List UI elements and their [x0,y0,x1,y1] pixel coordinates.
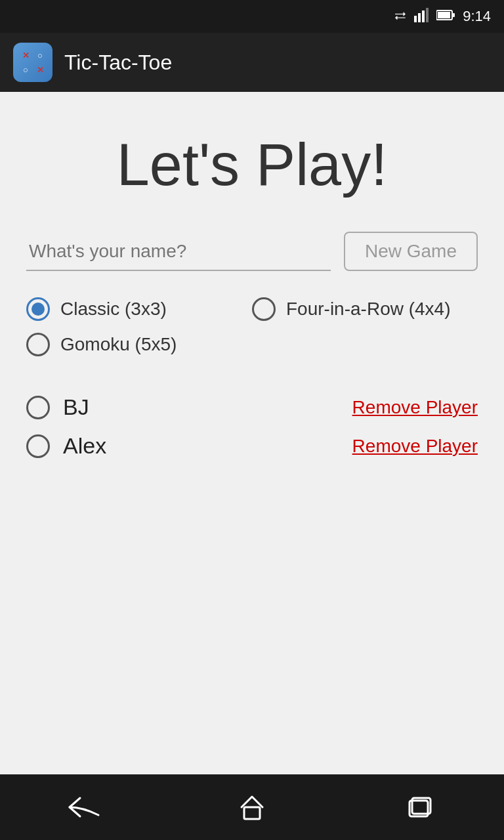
classic-label: Classic (3x3) [60,299,167,320]
player-bj-radio[interactable] [26,396,50,419]
four-in-a-row-label: Four-in-a-Row (4x4) [286,299,451,320]
players-section: BJ Remove Player Alex Remove Player [26,394,478,472]
ttt-icon-x1: ✕ [19,49,32,62]
game-type-row-1: Classic (3x3) Four-in-a-Row (4x4) [26,297,478,321]
status-time: 9:14 [463,8,491,25]
ttt-icon-o2: ○ [19,63,32,76]
back-button[interactable] [58,788,110,827]
player-alex-left: Alex [26,433,106,459]
home-button[interactable] [226,788,278,827]
player-bj-name: BJ [63,394,89,420]
app-title: Tic-Tac-Toe [64,51,172,75]
four-in-a-row-option[interactable]: Four-in-a-Row (4x4) [252,297,478,321]
player-bj-left: BJ [26,394,89,420]
ttt-icon-x2: ✕ [33,63,47,76]
svg-rect-0 [414,16,417,22]
ttt-icon-o1: ○ [33,49,47,62]
nav-bar [0,774,504,840]
page-heading: Let's Play! [117,131,387,199]
player-alex-radio[interactable] [26,434,50,458]
bluetooth-icon: ⮂ [394,10,406,24]
remove-player-alex-button[interactable]: Remove Player [352,436,478,457]
main-content: Let's Play! New Game Classic (3x3) Four-… [0,92,504,774]
four-in-a-row-radio[interactable] [252,297,276,321]
recents-button[interactable] [394,788,446,827]
status-bar: ⮂ 9:14 [0,0,504,33]
player-alex-name: Alex [63,433,106,459]
svg-rect-1 [418,13,421,22]
remove-player-bj-button[interactable]: Remove Player [352,397,478,418]
player-row-bj: BJ Remove Player [26,394,478,420]
game-type-row-2: Gomoku (5x5) [26,333,478,356]
svg-rect-7 [244,807,260,819]
classic-radio[interactable] [26,297,50,321]
app-icon: ✕ ○ ○ ✕ [13,43,52,82]
gomoku-radio[interactable] [26,333,50,356]
svg-rect-6 [453,13,455,17]
player-row-alex: Alex Remove Player [26,433,478,459]
name-row: New Game [26,232,478,271]
new-game-button[interactable]: New Game [344,232,478,271]
gomoku-label: Gomoku (5x5) [60,334,177,355]
signal-icon [414,8,429,26]
svg-rect-3 [426,8,429,22]
battery-icon [436,9,455,24]
classic-option[interactable]: Classic (3x3) [26,297,252,321]
svg-rect-5 [438,12,450,18]
name-input[interactable] [26,233,331,271]
svg-rect-2 [422,10,425,22]
game-types-section: Classic (3x3) Four-in-a-Row (4x4) Gomoku… [26,297,478,368]
app-bar: ✕ ○ ○ ✕ Tic-Tac-Toe [0,33,504,92]
